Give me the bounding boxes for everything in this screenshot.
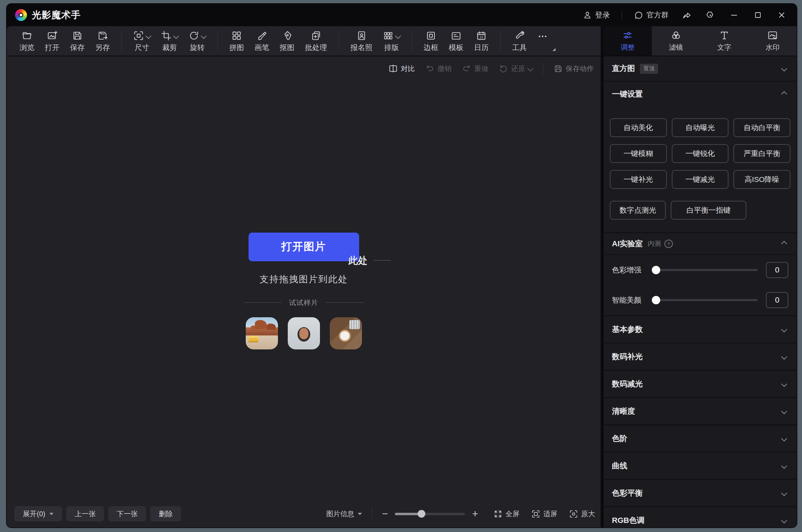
smart-beauty-slider[interactable] (654, 299, 758, 301)
minimize-button[interactable] (728, 9, 740, 21)
redo-button[interactable]: 重做 (462, 64, 488, 73)
chevron-down-icon (781, 381, 787, 387)
digital-spot-metering-button[interactable]: 数字点测光 (610, 201, 666, 220)
toolbar-save[interactable]: 保存 (65, 30, 90, 52)
tab-watermark[interactable]: 水印 (748, 26, 797, 56)
next-image-button[interactable]: 下一张 (108, 506, 146, 522)
glitch-text: 此处 (349, 254, 368, 267)
severe-white-balance-button[interactable]: 严重白平衡 (733, 144, 790, 163)
toolbar-open[interactable]: 打开 (40, 30, 65, 52)
slider-handle[interactable] (652, 266, 660, 274)
previous-image-button[interactable]: 上一张 (66, 506, 104, 522)
layout-grid-icon (383, 30, 393, 41)
zoom-slider-handle[interactable] (418, 510, 425, 518)
toolbar-collage[interactable]: 拼图 (224, 30, 249, 52)
fit-screen-button[interactable]: 适屏 (531, 509, 557, 519)
toolbar-browse[interactable]: 浏览 (14, 30, 40, 52)
login-button[interactable]: 登录 (583, 10, 610, 20)
section-histogram-header[interactable]: 直方图 置顶 (604, 56, 797, 81)
slider-handle[interactable] (652, 296, 660, 304)
auto-exposure-button[interactable]: 自动曝光 (672, 118, 729, 137)
toolbar-frame[interactable]: 边框 (418, 30, 444, 52)
sample-image-desk[interactable] (330, 317, 362, 349)
toolbar-brush[interactable]: 画笔 (249, 30, 274, 52)
drop-zone[interactable]: 打开图片 此处 支持拖拽图片到此处 试试样片 (7, 79, 601, 503)
zoom-slider[interactable] (395, 513, 465, 515)
frame-icon (426, 30, 436, 41)
toolbar-batch[interactable]: 批处理 (300, 30, 332, 52)
toolbar-rotate[interactable]: 旋转 (183, 30, 211, 52)
tab-text[interactable]: 文字 (700, 26, 748, 56)
restore-button[interactable]: 还原 (499, 64, 532, 73)
expand-filmstrip-button[interactable]: 展开(0) (14, 506, 62, 522)
section-one-key-header[interactable]: 一键设置 (604, 82, 797, 106)
close-button[interactable] (776, 9, 788, 21)
toolbar-save-as[interactable]: 另存 (90, 30, 115, 52)
help-icon[interactable]: ? (664, 240, 673, 248)
folder-icon (22, 30, 32, 41)
open-image-button[interactable]: 打开图片 (249, 233, 359, 261)
restore-icon (499, 64, 508, 73)
fullscreen-button[interactable]: 全屏 (494, 509, 519, 519)
color-enhance-slider[interactable] (654, 269, 758, 271)
smart-beauty-value[interactable]: 0 (766, 292, 788, 308)
sample-image-canyon[interactable] (246, 317, 278, 349)
history-toolbar: 对比 撤销 重做 还原 (7, 56, 601, 79)
smart-beauty-row: 智能美颜 0 (604, 285, 797, 315)
compare-button[interactable]: 对比 (389, 64, 415, 73)
text-tool-icon (719, 30, 730, 41)
settings-button[interactable] (704, 9, 716, 21)
save-action-button[interactable]: 保存动作 (554, 64, 594, 73)
grid-collage-icon (231, 30, 242, 41)
original-size-button[interactable]: 原大 (569, 509, 595, 519)
one-key-sharpen-button[interactable]: 一键锐化 (672, 144, 729, 163)
official-group-button[interactable]: 官方群 (634, 10, 669, 20)
main-toolbar: 浏览 打开 保存 另存 尺寸 (7, 26, 601, 56)
save-action-icon (554, 64, 563, 73)
undo-button[interactable]: 撤销 (425, 64, 452, 73)
login-label: 登录 (595, 10, 610, 20)
chevron-down-icon (528, 66, 533, 72)
delete-image-button[interactable]: 删除 (150, 506, 181, 522)
toolbar-template[interactable]: 模板 (444, 30, 469, 52)
glitch-line (374, 260, 391, 261)
tab-adjust[interactable]: 调整 (604, 26, 652, 56)
one-key-blur-button[interactable]: 一键模糊 (610, 144, 667, 163)
toolbar-divider (412, 31, 412, 51)
one-key-dim-light-button[interactable]: 一键减光 (672, 170, 729, 189)
section-ai-lab-header[interactable]: AI实验室 内测 ? (604, 233, 797, 255)
sample-image-portrait[interactable] (288, 317, 320, 349)
calendar-icon: 12 (476, 30, 487, 41)
toolbar-cutout[interactable]: 抠图 (274, 30, 300, 52)
compare-split-icon (389, 64, 398, 73)
sliders-icon (622, 30, 633, 41)
save-as-icon (97, 30, 108, 41)
auto-white-balance-button[interactable]: 自动白平衡 (733, 118, 790, 137)
auto-beautify-button[interactable]: 自动美化 (610, 118, 667, 137)
zoom-in-button[interactable]: + (472, 509, 478, 519)
color-enhance-value[interactable]: 0 (766, 262, 788, 278)
fullscreen-icon (494, 510, 502, 518)
toolbar-id-photo[interactable]: 报名照 (345, 30, 378, 52)
one-key-fill-light-button[interactable]: 一键补光 (610, 170, 667, 189)
toolbar-calendar[interactable]: 12 日历 (469, 30, 494, 52)
history-divider (543, 63, 543, 74)
maximize-button[interactable] (752, 9, 764, 21)
chevron-up-icon (781, 91, 787, 97)
beta-tag: 内测 (648, 239, 661, 248)
toolbar-crop[interactable]: 裁剪 (156, 30, 183, 52)
toolbar-divider (500, 31, 501, 51)
tab-filters[interactable]: 滤镜 (652, 26, 700, 56)
share-button[interactable] (681, 9, 692, 21)
samples-label: 试试样片 (289, 298, 319, 307)
divider-line (326, 302, 364, 303)
toolbar-size[interactable]: 尺寸 (128, 30, 156, 52)
zoom-out-button[interactable]: − (382, 509, 388, 519)
image-info-button[interactable]: 图片信息 (326, 509, 362, 519)
toolbar-layout[interactable]: 排版 (378, 30, 405, 52)
toolbar-tools[interactable]: 工具 (507, 30, 532, 52)
pen-nib-icon (282, 30, 292, 41)
high-iso-denoise-button[interactable]: 高ISO降噪 (733, 170, 790, 189)
white-balance-one-touch-button[interactable]: 白平衡一指键 (671, 201, 746, 220)
toolbar-more[interactable] (532, 30, 558, 52)
